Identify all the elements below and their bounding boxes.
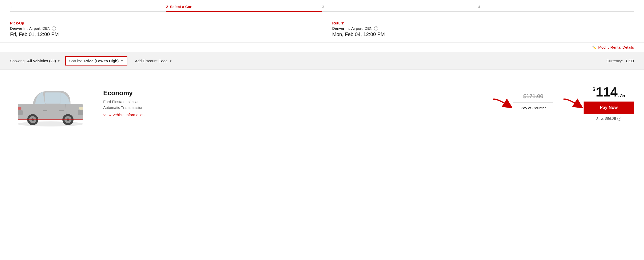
svg-rect-1 xyxy=(18,104,83,120)
pay-now-button[interactable]: Pay Now xyxy=(584,102,634,114)
return-datetime: Mon, Feb 04, 12:00 PM xyxy=(332,31,634,37)
svg-rect-8 xyxy=(18,107,21,110)
arrow-left-icon xyxy=(492,97,513,109)
currency-value: USD xyxy=(626,59,634,63)
car-image xyxy=(10,77,91,128)
step-2: 2 Select a Car xyxy=(166,5,322,12)
discount-label: Add Discount Code xyxy=(135,59,167,63)
pay-now-cents: .75 xyxy=(618,93,625,99)
step-3: 3 xyxy=(322,5,478,12)
filter-bar: Showing: All Vehicles (29) ▼ Sort by: Pr… xyxy=(0,52,644,70)
step-3-bar xyxy=(322,11,478,12)
save-info-icon[interactable]: i xyxy=(617,117,621,121)
step-2-label: 2 Select a Car xyxy=(166,5,192,9)
pay-now-dollar: $ xyxy=(592,86,595,92)
car-image-area xyxy=(10,77,96,129)
step-1-bar xyxy=(10,11,166,12)
svg-rect-15 xyxy=(18,119,83,120)
discount-dropdown[interactable]: Add Discount Code ▼ xyxy=(131,57,175,65)
save-text: Save $56.25 i xyxy=(596,117,621,121)
step-4-bar xyxy=(478,11,634,12)
rental-info: Pick-Up Denver Intl Airport, DEN i Fri, … xyxy=(0,14,644,43)
return-label: Return xyxy=(332,21,634,25)
pickup-info-icon[interactable]: i xyxy=(52,26,56,30)
step-1-label: 1 xyxy=(10,5,12,9)
step-4-label: 4 xyxy=(478,5,480,9)
step-3-label: 3 xyxy=(322,5,324,9)
svg-rect-6 xyxy=(18,110,23,115)
showing-value: All Vehicles (29) xyxy=(27,59,56,63)
pickup-location: Denver Intl Airport, DEN i xyxy=(10,26,312,30)
svg-rect-7 xyxy=(79,107,83,110)
pay-now-large: 114 xyxy=(596,85,618,99)
car-details: Economy Ford Fiesta or similar Automatic… xyxy=(96,89,485,117)
pay-now-price: $ 114 .75 xyxy=(592,85,625,99)
return-info-icon[interactable]: i xyxy=(374,26,378,30)
step-2-bar xyxy=(166,11,322,12)
pay-at-counter-button[interactable]: Pay at Counter xyxy=(513,103,553,113)
svg-rect-2 xyxy=(45,92,60,104)
car-class: Economy xyxy=(103,89,485,97)
pencil-icon: ✏️ xyxy=(592,45,596,49)
car-model: Ford Fiesta or similar xyxy=(103,100,485,104)
return-info: Return Denver Intl Airport, DEN i Mon, F… xyxy=(322,21,634,37)
modify-rental-link[interactable]: ✏️ Modify Rental Details xyxy=(592,45,634,49)
showing-filter: Showing: All Vehicles (29) ▼ xyxy=(10,59,60,63)
step-1: 1 xyxy=(10,5,166,12)
counter-price: $171.00 xyxy=(523,93,543,100)
pay-now-col: $ 114 .75 Pay Now Save $56.25 i xyxy=(584,85,634,121)
svg-point-0 xyxy=(18,121,83,126)
arrow-right-icon xyxy=(562,97,584,109)
sort-label: Sort by: xyxy=(69,59,82,63)
discount-chevron-icon: ▼ xyxy=(169,59,172,62)
car-listing: Economy Ford Fiesta or similar Automatic… xyxy=(0,70,644,136)
svg-rect-5 xyxy=(78,110,83,115)
svg-rect-16 xyxy=(43,110,47,111)
sort-value: Price (Low to High) xyxy=(84,59,119,63)
pickup-info: Pick-Up Denver Intl Airport, DEN i Fri, … xyxy=(10,21,322,37)
currency-label: Currency: xyxy=(606,59,623,63)
showing-chevron-icon[interactable]: ▼ xyxy=(57,59,60,62)
sort-chevron-icon: ▼ xyxy=(121,59,123,62)
modify-row: ✏️ Modify Rental Details xyxy=(0,43,644,52)
car-transmission: Automatic Transmission xyxy=(103,105,485,110)
sort-dropdown[interactable]: Sort by: Price (Low to High) ▼ xyxy=(65,56,127,66)
pickup-datetime: Fri, Feb 01, 12:00 PM xyxy=(10,31,312,37)
showing-label: Showing: xyxy=(10,59,26,63)
svg-rect-17 xyxy=(59,110,64,111)
return-location: Denver Intl Airport, DEN i xyxy=(332,26,634,30)
currency-display: Currency: USD xyxy=(606,59,634,63)
pickup-label: Pick-Up xyxy=(10,21,312,25)
step-4: 4 xyxy=(478,5,634,12)
pay-counter-col: $171.00 Pay at Counter xyxy=(513,93,553,113)
view-vehicle-link[interactable]: View Vehicle Information xyxy=(103,113,145,117)
